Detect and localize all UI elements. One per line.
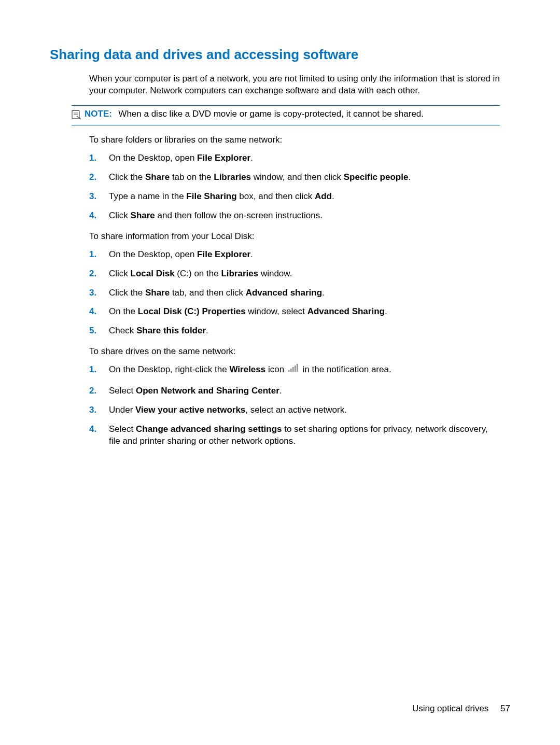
list-text: On the Desktop, right-click the Wireless… — [109, 364, 500, 376]
list-number: 3. — [89, 404, 109, 416]
list-item: 2. Click Local Disk (C:) on the Librarie… — [89, 268, 500, 280]
wireless-icon — [288, 364, 299, 376]
list-b: 1. On the Desktop, open File Explorer. 2… — [89, 249, 500, 338]
list-item: 2. Select Open Network and Sharing Cente… — [89, 385, 500, 397]
list-text: Select Change advanced sharing settings … — [109, 424, 500, 447]
list-item: 4. Click Share and then follow the on-sc… — [89, 210, 500, 222]
list-item: 5. Check Share this folder. — [89, 325, 500, 337]
intro-paragraph: When your computer is part of a network,… — [89, 73, 500, 97]
list-item: 3. Under View your active networks, sele… — [89, 404, 500, 416]
list-number: 5. — [89, 325, 109, 337]
page-number: 57 — [500, 704, 510, 713]
note-label: NOTE: — [85, 109, 112, 119]
list-text: Click Share and then follow the on-scree… — [109, 210, 500, 222]
list-item: 1. On the Desktop, right-click the Wirel… — [89, 364, 500, 376]
list-number: 4. — [89, 210, 109, 222]
list-item: 2. Click the Share tab on the Libraries … — [89, 172, 500, 184]
list-text: Click the Share tab, and then click Adva… — [109, 287, 500, 299]
list-text: On the Desktop, open File Explorer. — [109, 249, 500, 261]
list-number: 3. — [89, 287, 109, 299]
section-a-intro: To share folders or libraries on the sam… — [89, 135, 510, 145]
list-item: 3. Click the Share tab, and then click A… — [89, 287, 500, 299]
list-a: 1. On the Desktop, open File Explorer. 2… — [89, 152, 500, 222]
page-heading: Sharing data and drives and accessing so… — [50, 47, 510, 63]
list-text: On the Desktop, open File Explorer. — [109, 152, 500, 164]
note-text: When a disc like a DVD movie or game is … — [118, 109, 424, 119]
list-item: 4. Select Change advanced sharing settin… — [89, 424, 500, 447]
svg-rect-3 — [288, 370, 290, 372]
list-item: 1. On the Desktop, open File Explorer. — [89, 152, 500, 164]
list-number: 2. — [89, 385, 109, 397]
list-number: 1. — [89, 364, 109, 376]
svg-rect-6 — [295, 366, 296, 372]
list-number: 1. — [89, 152, 109, 164]
list-number: 4. — [89, 306, 109, 318]
list-text: Click the Share tab on the Libraries win… — [109, 172, 500, 184]
list-number: 4. — [89, 424, 109, 435]
list-text: Click Local Disk (C:) on the Libraries w… — [109, 268, 500, 280]
list-item: 4. On the Local Disk (C:) Properties win… — [89, 306, 500, 318]
footer-section: Using optical drives — [412, 704, 488, 713]
svg-rect-7 — [297, 364, 298, 372]
list-item: 1. On the Desktop, open File Explorer. — [89, 249, 500, 261]
list-number: 2. — [89, 172, 109, 184]
list-text: Select Open Network and Sharing Center. — [109, 385, 500, 397]
list-text: Check Share this folder. — [109, 325, 500, 337]
section-b-intro: To share information from your Local Dis… — [89, 231, 510, 242]
page-footer: Using optical drives 57 — [412, 704, 510, 714]
note-icon — [71, 109, 81, 122]
list-text: Under View your active networks, select … — [109, 404, 500, 416]
note-block: NOTE: When a disc like a DVD movie or ga… — [72, 105, 500, 125]
list-number: 3. — [89, 191, 109, 203]
svg-rect-5 — [292, 367, 294, 372]
svg-rect-4 — [290, 369, 292, 372]
list-item: 3. Type a name in the File Sharing box, … — [89, 191, 500, 203]
list-text: Type a name in the File Sharing box, and… — [109, 191, 500, 203]
list-number: 1. — [89, 249, 109, 261]
section-c-intro: To share drives on the same network: — [89, 346, 510, 357]
list-text: On the Local Disk (C:) Properties window… — [109, 306, 500, 318]
list-c: 1. On the Desktop, right-click the Wirel… — [89, 364, 500, 447]
list-number: 2. — [89, 268, 109, 280]
